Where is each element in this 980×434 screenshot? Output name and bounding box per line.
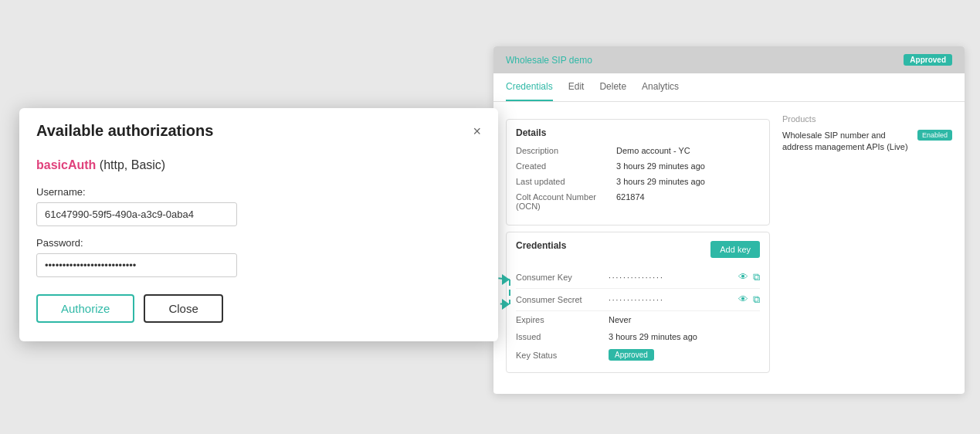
panel-body: Details Description Demo account - YC Cr…: [493, 102, 965, 384]
desc-value: Demo account - YC: [616, 146, 690, 155]
consumer-secret-icons: 👁 ⧉: [738, 293, 760, 306]
detail-description: Description Demo account - YC: [516, 146, 760, 155]
modal-close-x-button[interactable]: ×: [473, 124, 481, 138]
panel-title: Wholesale SIP demo: [506, 55, 592, 66]
username-label: Username:: [36, 186, 481, 198]
ocn-value: 621874: [616, 192, 645, 211]
consumer-key-label: Consumer Key: [516, 273, 609, 282]
tab-delete[interactable]: Delete: [599, 73, 626, 101]
products-panel: Products Wholesale SIP number and addres…: [782, 113, 952, 373]
updated-label: Last updated: [516, 177, 616, 186]
auth-type-name: basicAuth: [36, 158, 96, 171]
details-section: Details Description Demo account - YC Cr…: [506, 113, 770, 373]
modal-actions: Authorize Close: [36, 294, 481, 323]
updated-value: 3 hours 29 minutes ago: [616, 177, 705, 186]
tab-credentials[interactable]: Credentials: [506, 73, 553, 101]
tab-edit[interactable]: Edit: [568, 73, 585, 101]
credentials-header: Credentials Add key: [516, 240, 760, 259]
desc-label: Description: [516, 146, 616, 155]
password-label: Password:: [36, 237, 481, 249]
username-input[interactable]: [36, 202, 237, 226]
add-key-button[interactable]: Add key: [710, 241, 760, 258]
expires-label: Expires: [516, 315, 609, 324]
authorize-button[interactable]: Authorize: [36, 294, 134, 323]
product-name: Wholesale SIP number and address managem…: [782, 130, 913, 154]
scene: Wholesale SIP demo Approved Credentials …: [0, 0, 980, 434]
enabled-badge: Enabled: [917, 130, 952, 141]
detail-created: Created 3 hours 29 minutes ago: [516, 161, 760, 171]
created-value: 3 hours 29 minutes ago: [616, 161, 705, 171]
password-input[interactable]: [36, 253, 237, 277]
issued-row: Issued 3 hours 29 minutes ago: [516, 328, 760, 345]
auth-type-detail: (http, Basic): [100, 158, 165, 171]
close-button[interactable]: Close: [144, 294, 222, 323]
eye-icon-secret[interactable]: 👁: [738, 293, 748, 306]
key-status-row: Key Status Approved: [516, 345, 760, 364]
modal-title: Available authorizations: [36, 122, 213, 140]
copy-icon-secret[interactable]: ⧉: [753, 293, 760, 306]
issued-value: 3 hours 29 minutes ago: [609, 332, 697, 341]
ocn-label: Colt Account Number (OCN): [516, 192, 616, 211]
authorization-modal: Available authorizations × basicAuth (ht…: [19, 108, 498, 341]
panel-tabs: Credentials Edit Delete Analytics: [493, 73, 965, 102]
modal-header: Available authorizations ×: [19, 108, 498, 151]
eye-icon[interactable]: 👁: [738, 271, 748, 283]
consumer-key-icons: 👁 ⧉: [738, 271, 760, 283]
consumer-secret-label: Consumer Secret: [516, 295, 609, 304]
modal-body: basicAuth (http, Basic) Username: Passwo…: [19, 151, 498, 341]
created-label: Created: [516, 161, 616, 171]
credentials-block: Credentials Add key Consumer Key ·······…: [506, 232, 770, 373]
cred-title: Credentials: [516, 240, 566, 251]
consumer-key-dots: ···············: [609, 273, 738, 282]
detail-updated: Last updated 3 hours 29 minutes ago: [516, 177, 760, 186]
expire-row: Expires Never: [516, 311, 760, 328]
credentials-panel: Wholesale SIP demo Approved Credentials …: [493, 46, 965, 394]
tab-analytics[interactable]: Analytics: [642, 73, 679, 101]
consumer-secret-dots: ···············: [609, 296, 738, 304]
details-block: Details Description Demo account - YC Cr…: [506, 119, 770, 225]
detail-ocn: Colt Account Number (OCN) 621874: [516, 192, 760, 211]
panel-header: Wholesale SIP demo Approved: [493, 46, 965, 73]
auth-type: basicAuth (http, Basic): [36, 158, 481, 172]
issued-label: Issued: [516, 332, 609, 341]
key-status-badge: Approved: [609, 349, 654, 361]
consumer-secret-row: Consumer Secret ··············· 👁 ⧉: [516, 289, 760, 311]
products-title: Products: [782, 114, 952, 124]
copy-icon[interactable]: ⧉: [753, 271, 760, 283]
key-status-label: Key Status: [516, 351, 609, 360]
product-item: Wholesale SIP number and address managem…: [782, 130, 952, 154]
details-title: Details: [516, 127, 760, 138]
expires-value: Never: [609, 315, 631, 324]
consumer-key-row: Consumer Key ··············· 👁 ⧉: [516, 266, 760, 289]
approved-badge: Approved: [904, 54, 952, 66]
